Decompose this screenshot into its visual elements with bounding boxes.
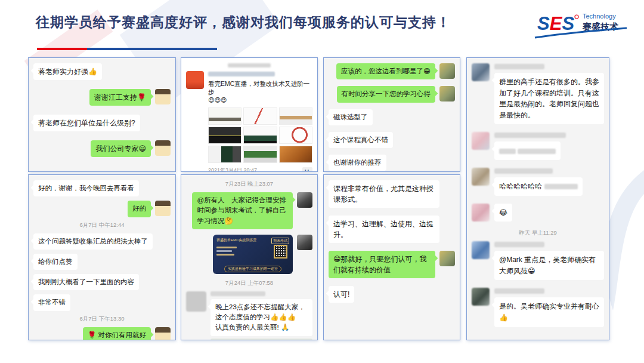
chat-message-row: 边学习、边理解、边使用、边提升。 [329, 216, 455, 243]
message-bubble: 非常不错 [33, 294, 70, 310]
avatar [297, 235, 312, 250]
chat-message-row: 蒋老师在您们单位是什么级别? [33, 115, 171, 131]
message-bubble: 🌹 对你们有用就好 [83, 327, 151, 341]
photo-thumbnail [208, 107, 242, 125]
avatar [439, 251, 455, 266]
message-bubble: 晚上23点多还不忘提醒大家，这个态度值的学习👍👍👍 认真负责的人最美丽! 🙏 [210, 299, 312, 336]
exam-card-image: 赛盛技术EMC实战训练营 期末考试 实践是检验学习成果的唯一途径 [213, 235, 293, 274]
timestamp: 6月7日 中午12:44 [33, 222, 171, 229]
message-bubble: 应该的，您这边看到哪里了😁 [336, 63, 435, 79]
message-line: 晚上23点多还不忘提醒大家，这个态度值的学习👍👍👍 [215, 302, 308, 323]
chat-screenshot-panel-3-bottom: 课程非常有价值，尤其是这种授课形式。 边学习、边理解、边使用、边提升。 😁那就好… [323, 174, 460, 340]
moments-post: 看完EMC直播，对整改技术又进阶一步 😍😍😍 2021年3月4日 20:47 ·… [186, 71, 312, 172]
avatar [472, 204, 490, 222]
moments-post-footer: 2021年3月4日 20:47 ·· [208, 167, 312, 172]
chat-message-row: @所有人 大家记得合理安排时间参与期末考试，了解自己学习情况🤔 [186, 192, 312, 229]
chat-message-group: 晚上23点多还不忘提醒大家，这个态度值的学习👍👍👍 认真负责的人最美丽! 🙏 [186, 291, 312, 336]
chat-message-group [472, 132, 604, 160]
message-line: 认真负责的人最美丽! 🙏 [215, 322, 308, 333]
chat-screenshot-panel-2-bottom: 7月23日 晚上23:07 @所有人 大家记得合理安排时间参与期末考试，了解自己… [181, 174, 318, 340]
group-chat-screenshot-panel: 群里的高手还是有很多的。我参加了好几个课程的培训。只有这里是最热闹的。老师回复问… [466, 57, 609, 340]
chat-message-row: 非常不错 [33, 294, 171, 310]
censored-username-bar [494, 64, 544, 69]
message-bubble: 蒋老师在您们单位是什么级别? [33, 115, 140, 131]
logo-wordmark: SES [537, 13, 574, 34]
avatar [472, 241, 490, 259]
message-bubble: 是的。吴老师确实专业并有耐心👍 [494, 297, 604, 327]
post-date: 2021年3月4日 20:47 [208, 167, 257, 172]
exam-card-badge: 期末考试 [271, 238, 289, 244]
page-title: 往期学员给予赛盛高度好评，感谢对我们每项服务的认可与支持！ [36, 13, 451, 32]
ses-logo: SES Technology 赛盛技术 [532, 8, 631, 42]
chat-message-row: 😁那就好，只要您们认可，我们就有持续的价值 [329, 251, 455, 278]
logo-registered-mark [575, 15, 578, 19]
chat-message-row: 磁珠选型了 [329, 109, 455, 125]
censored-username-bar [210, 291, 265, 296]
message-bubble: 给你们点赞 [33, 254, 78, 270]
message-bubble: 😁那就好，只要您们认可，我们就有持续的价值 [329, 251, 435, 278]
moments-post-text: 看完EMC直播，对整改技术又进阶一步 [208, 79, 312, 96]
chat-message-row: 我们公司专家😁 [33, 140, 171, 157]
censored-username-bar [208, 72, 275, 76]
message-bubble: 我刚刚大概看了一下里面的内容 [33, 274, 139, 290]
avatar [186, 71, 204, 89]
message-bubble: 我们公司专家😁 [91, 140, 151, 157]
chat-message-row: 这个问题答疑收集汇总的想法太棒了 [33, 233, 171, 250]
chat-message-row: 我刚刚大概看了一下里面的内容 [33, 274, 171, 290]
avatar [472, 132, 490, 150]
chat-message-group: 哈哈哈哈哈哈 [472, 168, 604, 196]
photo-thumbnail [208, 146, 242, 163]
message-bubble: 边学习、边理解、边使用、边提升。 [329, 216, 439, 243]
avatar [472, 63, 490, 81]
exam-card-slogan: 实践是检验学习成果的唯一途径 [224, 266, 281, 272]
avatar [155, 140, 171, 156]
avatar [472, 288, 490, 306]
message-bubble: @所有人 大家记得合理安排时间参与期末考试，了解自己学习情况🤔 [192, 192, 293, 229]
photo-thumbnail [279, 107, 312, 125]
chat-message-row: 赛盛技术EMC实战训练营 期末考试 实践是检验学习成果的唯一途径 [186, 235, 312, 274]
exam-card-header: 赛盛技术EMC实战训练营 期末考试 [216, 238, 289, 244]
avatar [472, 168, 490, 186]
chat-message-row: 给你们点赞 [33, 254, 171, 270]
message-bubble: 好的 [128, 201, 151, 217]
chat-message-row: 谢谢江工支持🌹 [33, 89, 171, 106]
chat-message-row: 好的 [33, 201, 171, 217]
message-bubble: 认可! [329, 286, 354, 303]
moments-post-emoji: 😍😍😍 [208, 96, 312, 104]
message-bubble: 有时间分享一下您的学习心得 [337, 86, 436, 102]
avatar [297, 192, 312, 208]
chat-message-group: 群里的高手还是有很多的。我参加了好几个课程的培训。只有这里是最热闹的。老师回复问… [472, 63, 604, 124]
message-bubble: @Mark 重点是，吴老师确实有大师风范😁 [494, 251, 604, 280]
chat-message-group: 是的。吴老师确实专业并有耐心👍 [472, 288, 604, 327]
message-bubble: 😂 [494, 204, 512, 222]
avatar [439, 86, 455, 101]
chat-screenshot-panel-1-top: 蒋老师实力好强👍 谢谢江工支持🌹 蒋老师在您们单位是什么级别? 我们公司专家😁 [28, 57, 176, 172]
chat-message-row: 🌹 对你们有用就好 [33, 327, 171, 341]
chat-message-row: 蒋老师实力好强👍 [33, 63, 171, 80]
chat-message-row: 课程非常有价值，尤其是这种授课形式。 [329, 180, 455, 208]
avatar [155, 201, 171, 216]
chat-message-row: 也谢谢你的推荐 [329, 155, 455, 171]
chat-screenshot-panel-1-bottom: 好的，谢谢，我今晚回去再看看 好的 6月7日 中午12:44 这个问题答疑收集汇… [28, 174, 176, 340]
message-text: 哈哈哈哈哈哈 [499, 182, 542, 190]
photo-thumbnail [208, 127, 242, 144]
censored-username-bar [494, 168, 553, 174]
censored-username-bar [494, 242, 544, 247]
avatar [155, 327, 171, 341]
exam-card-title: 赛盛技术EMC实战训练营 [216, 238, 256, 243]
censored-text [518, 149, 556, 154]
message-bubble: 磁珠选型了 [329, 109, 373, 125]
logo-subtitle: Technology [583, 13, 616, 20]
timestamp: 7月23日 晚上23:07 [186, 180, 312, 188]
censored-header-bar [228, 63, 271, 67]
censored-text [499, 149, 516, 154]
timestamp: 昨天 早上11:29 [472, 229, 604, 237]
message-bubble: 也谢谢你的推荐 [329, 155, 386, 171]
chat-screenshot-panel-3-top: 应该的，您这边看到哪里了😁 有时间分享一下您的学习心得 磁珠选型了 这个课程真心… [323, 57, 460, 172]
avatar [186, 291, 206, 312]
chat-message-group: 😂 [472, 204, 604, 222]
timestamp: 7月24日 上午07:58 [186, 279, 312, 287]
underline-blue-segment [87, 48, 217, 50]
moments-photo-grid [208, 107, 312, 163]
chat-message-row: 认可! [329, 286, 455, 303]
